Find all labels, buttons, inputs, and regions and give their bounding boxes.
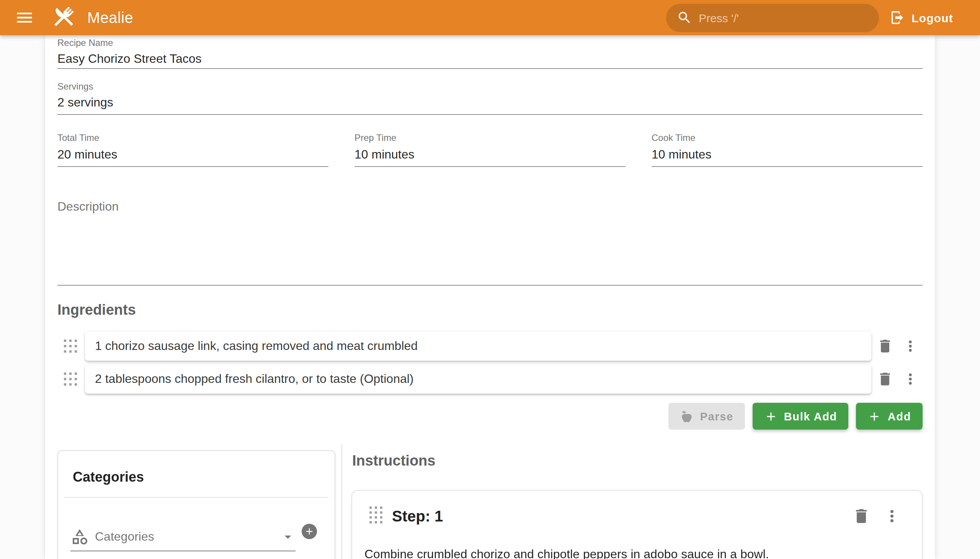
total-time-label: Total Time: [58, 132, 329, 143]
recipe-name-value[interactable]: Easy Chorizo Street Tacos: [58, 51, 922, 68]
trash-icon: [852, 507, 871, 525]
add-label: Add: [888, 410, 911, 422]
mealie-logo-icon: [51, 5, 76, 31]
categories-card-title: Categories: [58, 451, 335, 486]
bulk-add-label: Bulk Add: [784, 410, 837, 422]
logout-label: Logout: [911, 11, 953, 24]
ingredients-heading: Ingredients: [58, 302, 136, 319]
servings-value[interactable]: 2 servings: [58, 94, 922, 111]
categories-select[interactable]: Categories: [70, 522, 296, 551]
drag-handle-icon[interactable]: [369, 506, 383, 526]
drag-handle-icon[interactable]: [64, 339, 77, 353]
logout-button[interactable]: Logout: [889, 10, 953, 25]
ingredient-menu-button[interactable]: [902, 338, 919, 354]
delete-step-button[interactable]: [852, 507, 871, 525]
ingredient-actions: Parse Bulk Add Add: [58, 403, 922, 430]
recipe-name-label: Recipe Name: [58, 38, 922, 48]
step-header: Step: 1: [352, 491, 922, 541]
cook-time-value[interactable]: 10 minutes: [651, 146, 922, 163]
ingredient-row: 2 tablespoons chopped fresh cilantro, or…: [58, 364, 922, 394]
delete-ingredient-button[interactable]: [877, 338, 894, 354]
instruction-step-card: Step: 1 Combine crumbled chorizo and chi…: [351, 490, 922, 559]
trash-icon: [877, 338, 894, 354]
chevron-down-icon: [280, 529, 296, 544]
plus-icon: [304, 526, 315, 537]
categories-select-placeholder: Categories: [95, 529, 280, 543]
shapes-icon: [70, 527, 89, 546]
hamburger-menu-button[interactable]: [15, 8, 35, 28]
categories-card: Categories Categories: [58, 450, 335, 559]
total-time-value[interactable]: 20 minutes: [58, 146, 329, 163]
apple-icon: [680, 409, 694, 423]
prep-time-label: Prep Time: [354, 132, 626, 143]
prep-time-value[interactable]: 10 minutes: [354, 146, 626, 163]
app-title: Mealie: [87, 9, 133, 26]
kebab-menu-icon: [883, 507, 901, 525]
step-menu-button[interactable]: [883, 507, 901, 525]
categories-divider: [64, 497, 329, 498]
parse-button[interactable]: Parse: [669, 403, 745, 430]
page-background: Recipe Name Easy Chorizo Street Tacos Se…: [0, 35, 980, 559]
bulk-add-button[interactable]: Bulk Add: [753, 403, 849, 430]
ingredient-menu-button[interactable]: [902, 370, 919, 387]
hamburger-menu-icon: [15, 8, 35, 28]
ingredient-input[interactable]: 1 chorizo sausage link, casing removed a…: [85, 332, 871, 361]
instructions-heading: Instructions: [352, 453, 435, 470]
trash-icon: [877, 370, 894, 387]
plus-icon: [868, 409, 882, 423]
recipe-editor-card: Recipe Name Easy Chorizo Street Tacos Se…: [45, 35, 935, 559]
servings-field[interactable]: Servings 2 servings: [58, 81, 922, 115]
delete-ingredient-button[interactable]: [877, 370, 894, 387]
add-category-button[interactable]: [302, 524, 317, 539]
add-ingredient-button[interactable]: Add: [856, 403, 922, 430]
kebab-menu-icon: [902, 370, 919, 387]
total-time-field[interactable]: Total Time 20 minutes: [58, 131, 329, 167]
app-bar: Mealie Press '/' Logout: [0, 0, 980, 35]
description-field[interactable]: Description: [58, 199, 922, 286]
logout-icon: [889, 10, 905, 25]
recipe-name-field[interactable]: Recipe Name Easy Chorizo Street Tacos: [58, 38, 922, 69]
cook-time-field[interactable]: Cook Time 10 minutes: [651, 131, 922, 167]
search-input[interactable]: Press '/': [666, 3, 879, 32]
ingredient-row: 1 chorizo sausage link, casing removed a…: [58, 332, 922, 361]
plus-icon: [764, 409, 778, 423]
column-divider: [342, 444, 342, 559]
cook-time-label: Cook Time: [651, 132, 922, 143]
drag-handle-icon[interactable]: [64, 372, 77, 386]
kebab-menu-icon: [902, 338, 919, 354]
step-text[interactable]: Combine crumbled chorizo and chipotle pe…: [352, 541, 922, 559]
search-placeholder: Press '/': [699, 11, 739, 24]
prep-time-field[interactable]: Prep Time 10 minutes: [354, 131, 626, 167]
search-icon: [676, 10, 692, 25]
mealie-app-window: Mealie Press '/' Logout Recipe Name Easy…: [0, 0, 980, 559]
ingredient-input[interactable]: 2 tablespoons chopped fresh cilantro, or…: [85, 364, 871, 394]
servings-label: Servings: [58, 81, 922, 92]
step-title: Step: 1: [392, 507, 847, 525]
parse-label: Parse: [700, 410, 734, 422]
description-label: Description: [58, 199, 922, 214]
